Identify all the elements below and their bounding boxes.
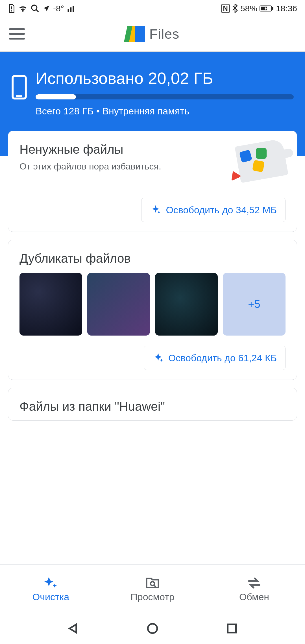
status-left: -8° [8, 4, 75, 13]
nav-browse[interactable]: Просмотр [102, 565, 203, 613]
nav-share-label: Обмен [239, 591, 269, 602]
nav-clean[interactable]: Очистка [0, 565, 102, 613]
thumb-3[interactable] [155, 273, 218, 336]
sparkle-icon [152, 352, 164, 364]
folder-search-icon [145, 575, 160, 589]
sim-alert-icon [8, 4, 15, 13]
wifi-icon [18, 5, 28, 12]
duplicates-card[interactable]: Дубликаты файлов +5 Освободить до 61,24 … [8, 240, 297, 380]
phone-icon [11, 75, 27, 101]
battery-icon [260, 5, 274, 12]
status-right: N 58% 18:36 [221, 4, 297, 13]
back-button[interactable] [67, 622, 79, 635]
svg-rect-5 [70, 7, 71, 12]
battery-pct: 58% [240, 4, 257, 13]
svg-rect-6 [73, 6, 74, 12]
free-dupes-button[interactable]: Освободить до 61,24 КБ [144, 346, 286, 370]
home-button[interactable] [146, 622, 159, 635]
thumb-more[interactable]: +5 [223, 273, 286, 336]
svg-rect-10 [13, 76, 26, 99]
storage-total-label: Всего 128 ГБ • Внутренняя память [36, 106, 294, 117]
svg-rect-9 [272, 7, 273, 10]
system-nav [0, 613, 305, 644]
signal-bars-icon [67, 4, 75, 13]
huawei-card-title: Файлы из папки "Huawei" [19, 399, 286, 414]
junk-card-sub: От этих файлов пора избавиться. [19, 160, 221, 173]
free-junk-button[interactable]: Освободить до 34,52 МБ [141, 198, 286, 222]
clock: 18:36 [276, 4, 297, 13]
svg-line-3 [36, 10, 38, 12]
svg-rect-4 [67, 9, 69, 12]
svg-line-13 [154, 585, 156, 587]
thumb-more-label: +5 [248, 298, 260, 310]
junk-card-title: Ненужные файлы [19, 142, 221, 156]
sparkle-icon [150, 204, 161, 216]
thumb-2[interactable] [87, 273, 150, 336]
nav-share[interactable]: Обмен [203, 565, 305, 613]
search-icon [30, 4, 40, 13]
main-content[interactable]: Использовано 20,02 ГБ Всего 128 ГБ • Вну… [0, 51, 305, 564]
free-junk-label: Освободить до 34,52 МБ [166, 204, 277, 216]
thumb-1[interactable] [19, 273, 82, 336]
svg-point-12 [151, 582, 154, 586]
dupes-card-title: Дубликаты файлов [19, 251, 286, 266]
app-logo-icon [126, 26, 144, 42]
nfc-icon: N [221, 4, 230, 13]
nav-browse-label: Просмотр [130, 591, 174, 602]
status-bar: -8° N 58% 18:36 [0, 0, 305, 17]
storage-used-label: Использовано 20,02 ГБ [36, 69, 294, 88]
bottom-nav: Очистка Просмотр Обмен [0, 564, 305, 613]
swap-icon [246, 575, 262, 589]
app-title: Files [149, 26, 179, 42]
recents-button[interactable] [226, 622, 238, 635]
junk-files-card[interactable]: Ненужные файлы От этих файлов пора избав… [8, 131, 297, 232]
nav-clean-label: Очистка [32, 591, 69, 602]
app-bar: Files [0, 17, 305, 51]
menu-button[interactable] [9, 28, 25, 40]
temperature: -8° [53, 4, 64, 13]
svg-point-14 [148, 624, 157, 633]
sparkle-icon [43, 575, 59, 589]
svg-point-1 [11, 10, 12, 11]
app-title-wrap: Files [25, 26, 280, 42]
location-icon [42, 5, 50, 12]
bluetooth-icon [232, 4, 238, 13]
dustpan-icon [229, 142, 286, 188]
svg-point-2 [32, 5, 37, 10]
storage-progress [36, 94, 294, 99]
huawei-card[interactable]: Файлы из папки "Huawei" [8, 388, 297, 421]
free-dupes-label: Освободить до 61,24 КБ [168, 353, 277, 364]
duplicate-thumbs: +5 [19, 273, 286, 336]
svg-rect-15 [228, 624, 236, 632]
